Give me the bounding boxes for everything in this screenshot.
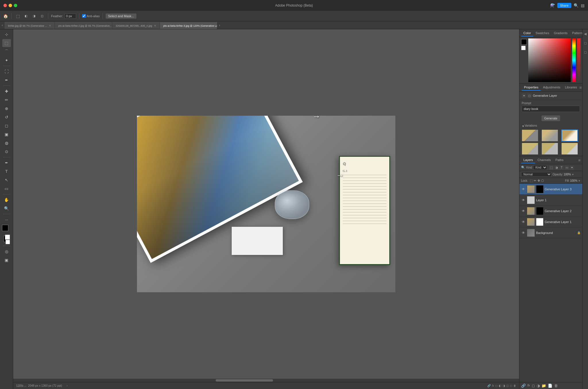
dodge-tool[interactable]: ⊙ (2, 148, 11, 156)
filter-adjust-icon[interactable]: ◑ (554, 165, 559, 170)
zoom-tool[interactable]: 🔍 (2, 204, 11, 212)
minimize-button[interactable] (9, 4, 12, 7)
edge-icon-1[interactable]: ◻ (583, 41, 588, 45)
more-tools[interactable]: ··· (2, 216, 11, 224)
lock-pixels-icon[interactable]: ✏ (534, 179, 536, 183)
filter-pixel-icon[interactable]: ⬚ (549, 165, 554, 170)
hue-slider[interactable] (572, 38, 576, 82)
tabs-left-arrow[interactable]: ‹ (0, 23, 5, 27)
variation-6[interactable] (561, 143, 578, 155)
opacity-chevron[interactable]: ▼ (572, 173, 574, 176)
lock-position-icon[interactable]: ✥ (537, 179, 540, 183)
libraries-tab[interactable]: Libraries (563, 84, 579, 91)
gradient-tool[interactable]: ▣ (2, 130, 11, 138)
select-mask-button[interactable]: Select and Mask... (106, 13, 136, 19)
properties-panel-menu[interactable]: ≡ (579, 85, 582, 90)
layer-item-1[interactable]: 👁 Layer 1 (519, 195, 582, 206)
layers-panel-menu[interactable]: ≡ (578, 158, 581, 162)
background-color[interactable] (5, 235, 10, 240)
layer-vis-gen1[interactable]: 👁 (521, 220, 526, 224)
tabs-right-arrow[interactable]: › (217, 23, 222, 27)
variations-chevron[interactable]: ▼ (522, 125, 525, 128)
color-gradient-box[interactable] (528, 38, 571, 82)
select-tool-icon[interactable]: ⬚ (15, 13, 21, 19)
variation-3[interactable] (561, 129, 578, 142)
intersect-icon[interactable]: ◫ (39, 13, 45, 19)
properties-tab[interactable]: Properties (522, 84, 541, 91)
layer-list[interactable]: 👁 Generative Layer 3 👁 Layer 1 (519, 184, 582, 382)
select-mode-icon[interactable]: ◧ (23, 13, 29, 19)
bg-color-box[interactable] (5, 240, 10, 244)
tab-1[interactable]: pts-ai-beta-tinhte-2.jpg @ 66.7% (Genera… (55, 22, 112, 29)
variation-5[interactable] (541, 143, 558, 155)
magic-wand-tool[interactable]: ✦ (2, 56, 11, 64)
variation-4[interactable] (522, 143, 538, 155)
search-icon[interactable]: 🔍 (574, 3, 579, 8)
layer-vis-bg[interactable]: 👁 (521, 231, 526, 235)
edge-icon-2[interactable]: ◻ (583, 50, 588, 55)
marquee-tool[interactable]: ⬚ (2, 39, 11, 47)
brush-tool[interactable]: ✏ (2, 96, 11, 104)
tab-2-close[interactable]: ✕ (154, 24, 156, 27)
fg-swatch[interactable] (521, 39, 527, 45)
text-tool[interactable]: T (2, 167, 11, 175)
scrollbar-thumb[interactable] (216, 379, 273, 382)
paths-tab[interactable]: Paths (553, 157, 566, 163)
blend-mode-select[interactable]: Normal (521, 172, 552, 177)
blur-tool[interactable]: ◍ (2, 139, 11, 147)
horizontal-scrollbar[interactable] (13, 379, 519, 382)
new-group-icon[interactable]: 📁 (541, 384, 546, 388)
filter-smart-icon[interactable]: ✦ (570, 165, 574, 170)
lasso-tool[interactable]: ⌒ (2, 48, 11, 56)
healing-tool[interactable]: ✚ (2, 87, 11, 95)
maximize-button[interactable] (14, 4, 17, 7)
eyedropper-tool[interactable]: ✒ (2, 76, 11, 84)
subtract-icon[interactable]: ◨ (31, 13, 37, 19)
adjustments-tab[interactable]: Adjustments (541, 84, 563, 91)
share-button[interactable]: Share (557, 3, 571, 8)
gen-layer-icon-2[interactable]: ◻ (527, 93, 532, 98)
prompt-input[interactable] (522, 106, 580, 112)
bg-swatch[interactable] (521, 46, 526, 50)
color-tab[interactable]: Color (521, 30, 533, 36)
close-button[interactable] (3, 4, 7, 7)
adjustment-icon[interactable]: ◑ (537, 384, 540, 388)
history-brush-tool[interactable]: ↺ (2, 113, 11, 121)
layer-vis-1[interactable]: 👁 (521, 198, 526, 202)
generate-button[interactable]: Generate (541, 115, 560, 121)
layer-item-bg[interactable]: 👁 Background 🔒 (519, 227, 582, 238)
hand-tool[interactable]: ✋ (2, 196, 11, 204)
delete-layer-icon[interactable]: 🗑 (554, 384, 558, 388)
alpha-slider[interactable] (577, 38, 581, 82)
antialias-checkbox[interactable] (82, 14, 86, 18)
add-mask-icon[interactable]: ◻ (532, 384, 535, 388)
filter-type-icon[interactable]: T (559, 165, 564, 170)
delete-icon[interactable]: 🗑 (513, 384, 516, 387)
path-tool[interactable]: ↖ (2, 176, 11, 184)
layer-vis-gen3[interactable]: 👁 (521, 187, 526, 191)
fill-chevron[interactable]: ▼ (578, 179, 581, 182)
shape-tool[interactable]: ▭ (2, 185, 11, 193)
screen-mode-tool[interactable]: ▣ (2, 256, 11, 264)
link-layers-icon[interactable]: 🔗 (521, 384, 526, 388)
tab-0[interactable]: tinhte.jpg @ 66.7% (Generative ... ✕ (5, 22, 55, 29)
variation-2[interactable] (541, 129, 558, 142)
filter-shape-icon[interactable]: ▭ (564, 165, 569, 170)
feather-input[interactable] (65, 13, 76, 19)
crop-tool[interactable]: ⛶ (2, 67, 11, 76)
foreground-color[interactable] (2, 225, 8, 231)
channels-tab[interactable]: Channels (535, 157, 553, 163)
quick-mask-tool[interactable]: ◎ (2, 247, 11, 256)
kind-select[interactable]: Kind (533, 165, 547, 170)
eraser-tool[interactable]: ◻ (2, 122, 11, 130)
clone-tool[interactable]: ⊕ (2, 104, 11, 113)
window-controls-icon[interactable]: ▤ (581, 3, 585, 8)
variation-1[interactable] (522, 129, 538, 142)
canvas-container[interactable]: ⊙̹ G.1 (13, 29, 519, 379)
home-icon[interactable]: 🏠 (2, 13, 9, 19)
layers-tab[interactable]: Layers (521, 157, 535, 163)
tab-3[interactable]: pts-ai-beta-tinhte-3.jpg @ 120% (Generat… (160, 22, 217, 29)
lock-transparent-icon[interactable]: ⬚ (530, 179, 533, 183)
new-layer-icon[interactable]: 📄 (548, 384, 552, 388)
gradients-tab[interactable]: Gradients (552, 30, 570, 36)
